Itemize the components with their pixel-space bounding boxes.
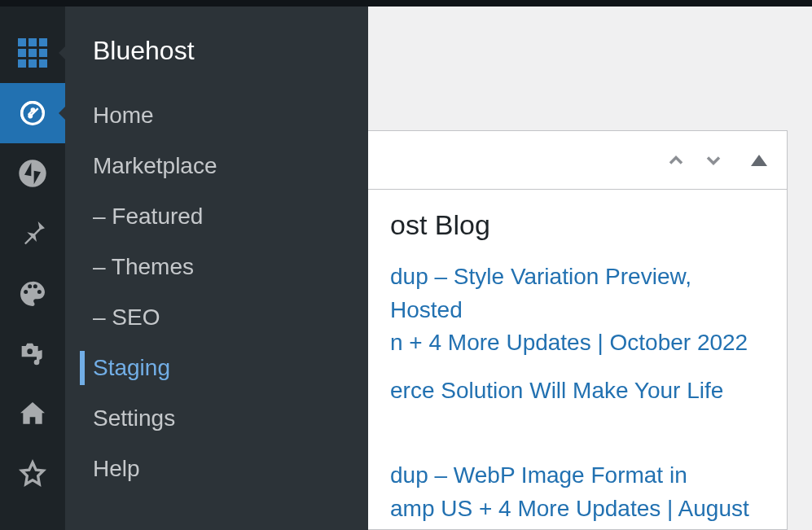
chevron-up-icon[interactable] (665, 149, 687, 172)
flyout-item-settings[interactable]: Settings (65, 393, 368, 444)
dashboard-gauge-icon (16, 97, 49, 129)
bluehost-grid-icon (16, 37, 49, 69)
brush-palette-icon (16, 278, 49, 310)
svg-rect-1 (29, 38, 37, 46)
flyout-item-themes[interactable]: – Themes (65, 242, 368, 292)
sidebar-item-bluehost[interactable] (0, 23, 65, 83)
jetpack-icon (16, 157, 49, 190)
svg-rect-2 (39, 38, 47, 46)
svg-rect-4 (29, 49, 37, 57)
svg-rect-0 (18, 38, 26, 46)
svg-rect-7 (29, 59, 37, 68)
flyout-item-help[interactable]: Help (65, 444, 368, 494)
admin-topbar (0, 0, 812, 7)
svg-rect-8 (39, 59, 47, 68)
sidebar-item-posts[interactable] (0, 204, 65, 264)
svg-rect-6 (18, 59, 26, 68)
flyout-item-marketplace[interactable]: Marketplace (65, 141, 368, 191)
media-camera-music-icon (16, 338, 49, 370)
bluehost-flyout: Bluehost Home Marketplace – Featured – T… (65, 7, 368, 530)
chevron-down-icon[interactable] (702, 149, 725, 172)
flyout-item-home[interactable]: Home (65, 90, 368, 141)
admin-sidebar (0, 7, 65, 530)
flyout-title: Bluehost (65, 31, 368, 90)
sidebar-item-pages[interactable] (0, 384, 65, 445)
flyout-item-staging[interactable]: Staging (65, 343, 368, 393)
sidebar-item-feedback[interactable] (0, 445, 65, 505)
sidebar-item-jetpack[interactable] (0, 143, 65, 204)
flyout-arrow-icon (59, 45, 67, 61)
star-icon (16, 458, 49, 491)
svg-point-10 (19, 160, 46, 186)
flyout-item-seo[interactable]: – SEO (65, 292, 368, 343)
toggle-triangle-icon[interactable] (751, 155, 767, 166)
flyout-item-featured[interactable]: – Featured (65, 191, 368, 242)
svg-rect-3 (18, 49, 26, 57)
sidebar-item-dashboard[interactable] (0, 83, 65, 143)
sidebar-item-media[interactable] (0, 324, 65, 384)
home-icon (16, 398, 49, 431)
svg-rect-5 (39, 49, 47, 57)
sidebar-item-appearance[interactable] (0, 264, 65, 324)
pin-icon (16, 217, 49, 250)
